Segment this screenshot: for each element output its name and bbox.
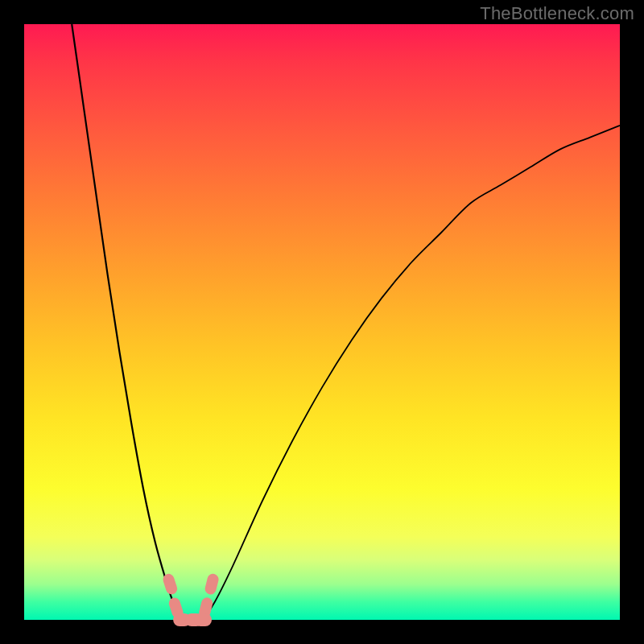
curve-right	[203, 126, 620, 620]
chart-frame: TheBottleneck.com	[0, 0, 644, 644]
marker-group	[162, 572, 220, 626]
right-marker-top	[204, 572, 220, 596]
base-marker-3	[194, 613, 212, 626]
curve-left	[72, 24, 185, 620]
curve-layer	[24, 24, 620, 620]
plot-area	[24, 24, 620, 620]
watermark-text: TheBottleneck.com	[480, 3, 634, 24]
